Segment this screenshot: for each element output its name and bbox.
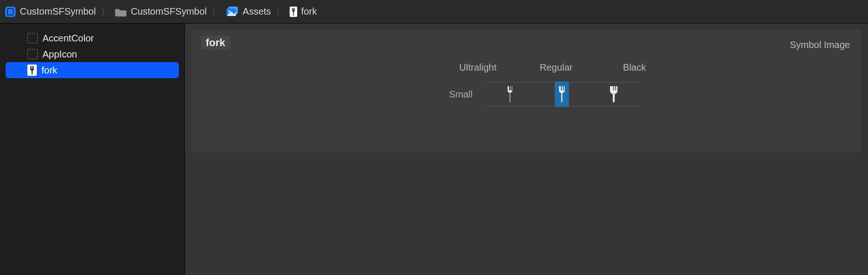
fork-icon <box>609 86 618 102</box>
fork-icon <box>27 65 37 76</box>
svg-point-4 <box>228 10 230 12</box>
preview-small-regular[interactable] <box>536 82 588 106</box>
asset-type-label: Symbol Image <box>790 40 850 50</box>
asset-title[interactable]: fork <box>201 36 230 50</box>
sidebar-item-appicon[interactable]: AppIcon <box>6 46 179 62</box>
symbol-detail-card: fork Symbol Image Ultralight Regular Bla… <box>192 30 861 153</box>
preview-small-ultralight[interactable] <box>484 82 536 106</box>
breadcrumb: CustomSFSymbol 〉 CustomSFSymbol 〉 Assets… <box>0 0 868 24</box>
fork-icon <box>507 86 513 102</box>
fork-icon <box>558 86 566 102</box>
sidebar-item-accentcolor[interactable]: AccentColor <box>6 30 179 46</box>
asset-sidebar: AccentColor AppIcon fork <box>0 24 185 275</box>
weight-label-regular: Regular <box>530 62 582 73</box>
chevron-right-icon: 〉 <box>100 5 111 18</box>
chevron-right-icon: 〉 <box>210 5 222 18</box>
chevron-right-icon: 〉 <box>275 5 286 18</box>
size-row-small: Small <box>413 82 640 106</box>
preview-small-black[interactable] <box>588 82 640 106</box>
symbol-icon <box>290 7 297 17</box>
weight-header-row: Ultralight Regular Black <box>192 62 861 73</box>
app-icon <box>5 6 16 17</box>
breadcrumb-label: CustomSFSymbol <box>131 6 207 17</box>
breadcrumb-item-symbol[interactable]: fork <box>290 6 317 17</box>
sidebar-item-label: AppIcon <box>42 49 77 60</box>
sidebar-item-fork[interactable]: fork <box>6 62 179 78</box>
weight-label-black: Black <box>609 62 660 73</box>
placeholder-icon <box>27 49 38 59</box>
folder-icon <box>115 7 127 16</box>
weight-label-ultralight: Ultralight <box>452 62 504 73</box>
breadcrumb-item-assets[interactable]: Assets <box>225 6 271 17</box>
assets-icon <box>225 7 239 17</box>
breadcrumb-item-group[interactable]: CustomSFSymbol <box>115 6 207 17</box>
placeholder-icon <box>27 33 38 43</box>
asset-content: fork Symbol Image Ultralight Regular Bla… <box>185 24 868 275</box>
breadcrumb-label: fork <box>301 6 317 17</box>
breadcrumb-item-project[interactable]: CustomSFSymbol <box>5 6 96 17</box>
size-label: Small <box>446 89 473 100</box>
sidebar-item-label: fork <box>42 65 57 76</box>
breadcrumb-label: CustomSFSymbol <box>20 6 96 17</box>
sidebar-item-label: AccentColor <box>42 33 94 44</box>
breadcrumb-label: Assets <box>242 6 271 17</box>
